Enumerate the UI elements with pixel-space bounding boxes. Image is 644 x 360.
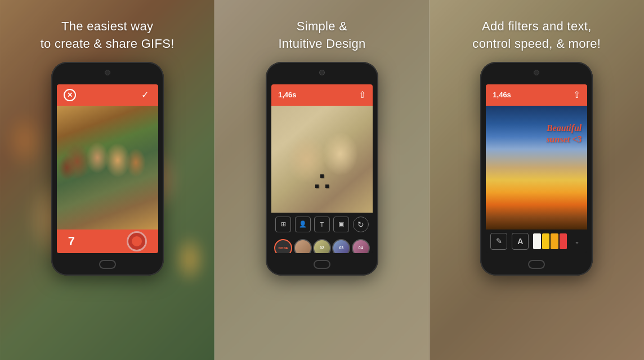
a-text-icon[interactable]: A xyxy=(512,233,529,250)
panel-2-title: Simple & Intuitive Design xyxy=(278,18,365,53)
sticker-screen: ⛬ xyxy=(271,106,373,213)
panel-1-content: The easiest way to create & share GIFS! … xyxy=(0,0,214,360)
phone-3-outer: 1,46s ⇧ Beautiful sunset <3 ✎ A xyxy=(480,62,593,276)
filter-04[interactable]: 04 xyxy=(352,239,370,253)
phone-2-outer: 1,46s ⇧ ⛬ ⊞ 👤 T ▣ ↻ xyxy=(266,62,378,276)
panel-1: The easiest way to create & share GIFS! … xyxy=(0,0,214,360)
phone-1-topbar: ✕ ✓ xyxy=(57,84,158,106)
selfie-image xyxy=(57,106,158,230)
person-icon[interactable]: 👤 xyxy=(295,217,311,232)
refresh-icon[interactable]: ↻ xyxy=(353,217,369,232)
filter-02[interactable]: 02 xyxy=(313,239,331,253)
bottom-tools-row: ✎ A ⌄ xyxy=(486,230,587,253)
panel-2: Simple & Intuitive Design 1,46s ⇧ ⛬ ⊞ xyxy=(214,0,429,360)
share-icon-3[interactable]: ⇧ xyxy=(573,89,580,100)
swatch-white[interactable] xyxy=(533,233,541,249)
phone-1-outer: ✕ ✓ 7 xyxy=(51,62,164,276)
phone-3-screen: 1,46s ⇧ Beautiful sunset <3 ✎ A xyxy=(486,84,587,253)
frame-icon[interactable]: ▣ xyxy=(333,217,349,232)
filter-face-1[interactable] xyxy=(294,239,312,253)
toolbar-row: ⊞ 👤 T ▣ ↻ xyxy=(271,213,373,236)
text-icon[interactable]: T xyxy=(314,217,330,232)
filter-03[interactable]: 03 xyxy=(332,239,350,253)
share-icon[interactable]: ⇧ xyxy=(359,89,366,100)
phone-2-topbar: 1,46s ⇧ xyxy=(271,84,373,106)
panel-3-title: Add filters and text, control speed, & m… xyxy=(472,18,601,53)
pencil-icon[interactable]: ✎ xyxy=(490,233,507,250)
x-circle-icon[interactable]: ✕ xyxy=(64,89,76,101)
panel-2-content: Simple & Intuitive Design 1,46s ⇧ ⛬ ⊞ xyxy=(214,0,429,360)
record-inner-circle xyxy=(132,236,142,246)
check-icon[interactable]: ✓ xyxy=(139,89,151,101)
panel-1-title: The easiest way to create & share GIFS! xyxy=(41,18,175,53)
phone-2-home[interactable] xyxy=(314,260,330,269)
phone-3-home[interactable] xyxy=(528,260,545,269)
phone-1-camera xyxy=(105,70,110,75)
phone-3-topbar: 1,46s ⇧ xyxy=(486,84,587,106)
selfie-screen xyxy=(57,106,158,230)
duration-text: 1,46s xyxy=(278,91,297,99)
swatch-orange[interactable] xyxy=(551,233,558,249)
sunset-screen: Beautiful sunset <3 xyxy=(486,106,587,230)
color-swatches xyxy=(533,233,567,249)
sticker-image xyxy=(271,106,373,213)
panel-3-content: Add filters and text, control speed, & m… xyxy=(430,0,644,360)
phone-2: 1,46s ⇧ ⛬ ⊞ 👤 T ▣ ↻ xyxy=(266,62,378,276)
phone-3-camera xyxy=(534,70,539,75)
phone-1: ✕ ✓ 7 xyxy=(51,62,164,276)
filter-row: NONE 02 03 xyxy=(271,236,373,253)
record-button[interactable] xyxy=(127,231,147,251)
phone-2-screen: 1,46s ⇧ ⛬ ⊞ 👤 T ▣ ↻ xyxy=(271,84,373,253)
sunset-overlay-text: Beautiful sunset <3 xyxy=(546,123,582,146)
filter-none-label: NONE xyxy=(279,246,288,250)
chevron-down-icon[interactable]: ⌄ xyxy=(571,236,583,247)
panel-1-divider xyxy=(214,0,214,360)
swatch-red[interactable] xyxy=(560,233,567,249)
grid-icon[interactable]: ⊞ xyxy=(275,217,291,232)
frame-count: 7 xyxy=(68,234,75,249)
phone-1-screen: ✕ ✓ 7 xyxy=(57,84,158,253)
swatch-yellow[interactable] xyxy=(542,233,550,249)
phone-3: 1,46s ⇧ Beautiful sunset <3 ✎ A xyxy=(480,62,593,276)
phone-1-bottombar: 7 xyxy=(57,230,158,253)
filter-none[interactable]: NONE xyxy=(274,239,292,253)
panel-2-divider xyxy=(429,0,430,360)
duration-text-3: 1,46s xyxy=(493,91,511,99)
mustache-sticker: ⛬ xyxy=(308,165,336,196)
phone-1-home[interactable] xyxy=(99,260,116,269)
panel-3: Add filters and text, control speed, & m… xyxy=(430,0,644,360)
phone-2-camera xyxy=(319,70,325,75)
